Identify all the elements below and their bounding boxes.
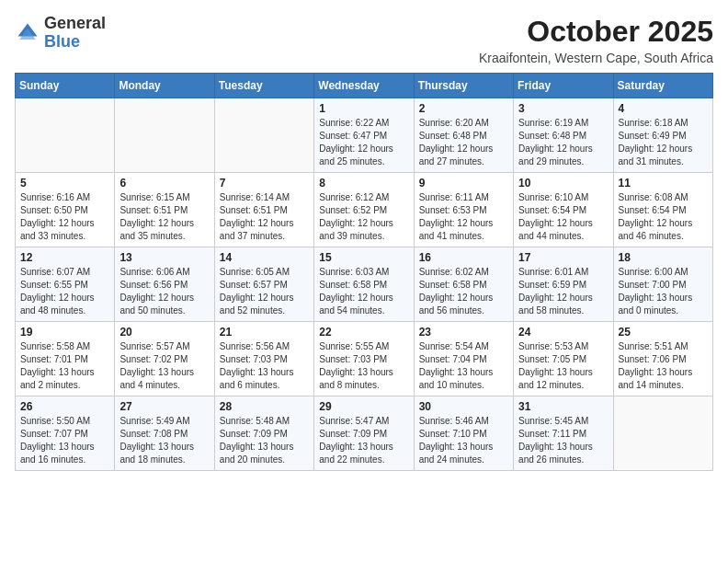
calendar-cell: 12Sunrise: 6:07 AM Sunset: 6:55 PM Dayli… <box>16 247 115 322</box>
calendar-cell: 28Sunrise: 5:48 AM Sunset: 7:09 PM Dayli… <box>214 396 313 471</box>
calendar-cell <box>214 98 313 173</box>
day-info: Sunrise: 6:01 AM Sunset: 6:59 PM Dayligh… <box>518 266 608 317</box>
logo-blue-text: Blue <box>44 32 80 51</box>
title-block: October 2025 Kraaifontein, Western Cape,… <box>479 15 713 65</box>
day-info: Sunrise: 5:49 AM Sunset: 7:08 PM Dayligh… <box>119 415 209 466</box>
calendar-table: SundayMondayTuesdayWednesdayThursdayFrid… <box>15 73 713 471</box>
calendar-cell: 16Sunrise: 6:02 AM Sunset: 6:58 PM Dayli… <box>414 247 513 322</box>
day-info: Sunrise: 6:22 AM Sunset: 6:47 PM Dayligh… <box>319 117 408 168</box>
weekday-header-thursday: Thursday <box>414 74 513 98</box>
day-number: 16 <box>419 251 508 264</box>
day-number: 1 <box>319 102 408 115</box>
calendar-cell <box>613 396 712 471</box>
logo-text: General Blue <box>44 15 106 52</box>
day-info: Sunrise: 5:54 AM Sunset: 7:04 PM Dayligh… <box>419 340 508 392</box>
day-number: 23 <box>419 326 508 339</box>
calendar-cell: 2Sunrise: 6:20 AM Sunset: 6:48 PM Daylig… <box>414 98 513 173</box>
weekday-header-sunday: Sunday <box>16 74 115 98</box>
day-info: Sunrise: 5:51 AM Sunset: 7:06 PM Dayligh… <box>619 340 708 392</box>
day-info: Sunrise: 6:19 AM Sunset: 6:48 PM Dayligh… <box>518 117 608 168</box>
day-number: 28 <box>220 400 309 413</box>
calendar-cell: 29Sunrise: 5:47 AM Sunset: 7:09 PM Dayli… <box>314 396 414 471</box>
weekday-header-tuesday: Tuesday <box>214 74 313 98</box>
day-number: 19 <box>20 326 109 339</box>
calendar-cell: 5Sunrise: 6:16 AM Sunset: 6:50 PM Daylig… <box>16 173 115 247</box>
day-info: Sunrise: 6:16 AM Sunset: 6:50 PM Dayligh… <box>20 191 109 243</box>
day-info: Sunrise: 6:15 AM Sunset: 6:51 PM Dayligh… <box>119 191 209 243</box>
day-number: 6 <box>119 177 209 190</box>
day-info: Sunrise: 6:00 AM Sunset: 7:00 PM Dayligh… <box>619 266 708 317</box>
calendar-week-3: 12Sunrise: 6:07 AM Sunset: 6:55 PM Dayli… <box>16 247 713 322</box>
day-info: Sunrise: 6:11 AM Sunset: 6:53 PM Dayligh… <box>419 191 508 243</box>
day-number: 11 <box>619 177 708 190</box>
day-info: Sunrise: 6:05 AM Sunset: 6:57 PM Dayligh… <box>220 266 309 317</box>
day-info: Sunrise: 6:08 AM Sunset: 6:54 PM Dayligh… <box>619 191 708 243</box>
calendar-cell: 26Sunrise: 5:50 AM Sunset: 7:07 PM Dayli… <box>16 396 115 471</box>
calendar-week-1: 1Sunrise: 6:22 AM Sunset: 6:47 PM Daylig… <box>16 98 713 173</box>
calendar-cell: 4Sunrise: 6:18 AM Sunset: 6:49 PM Daylig… <box>613 98 712 173</box>
day-number: 5 <box>20 177 109 190</box>
day-number: 12 <box>20 251 109 264</box>
calendar-cell: 11Sunrise: 6:08 AM Sunset: 6:54 PM Dayli… <box>613 173 712 247</box>
calendar-cell: 10Sunrise: 6:10 AM Sunset: 6:54 PM Dayli… <box>514 173 613 247</box>
calendar-cell: 22Sunrise: 5:55 AM Sunset: 7:03 PM Dayli… <box>314 322 414 396</box>
calendar-cell: 13Sunrise: 6:06 AM Sunset: 6:56 PM Dayli… <box>115 247 214 322</box>
day-info: Sunrise: 6:12 AM Sunset: 6:52 PM Dayligh… <box>319 191 408 243</box>
day-number: 31 <box>518 400 608 413</box>
calendar-cell: 24Sunrise: 5:53 AM Sunset: 7:05 PM Dayli… <box>514 322 613 396</box>
day-number: 24 <box>518 326 608 339</box>
calendar-cell <box>16 98 115 173</box>
calendar-cell: 8Sunrise: 6:12 AM Sunset: 6:52 PM Daylig… <box>314 173 414 247</box>
day-info: Sunrise: 5:55 AM Sunset: 7:03 PM Dayligh… <box>319 340 408 392</box>
calendar-cell: 14Sunrise: 6:05 AM Sunset: 6:57 PM Dayli… <box>214 247 313 322</box>
calendar-cell: 27Sunrise: 5:49 AM Sunset: 7:08 PM Dayli… <box>115 396 214 471</box>
day-info: Sunrise: 5:47 AM Sunset: 7:09 PM Dayligh… <box>319 415 408 466</box>
day-number: 25 <box>619 326 708 339</box>
weekday-header-wednesday: Wednesday <box>314 74 414 98</box>
calendar-cell: 30Sunrise: 5:46 AM Sunset: 7:10 PM Dayli… <box>414 396 513 471</box>
day-info: Sunrise: 5:48 AM Sunset: 7:09 PM Dayligh… <box>220 415 309 466</box>
calendar-cell: 1Sunrise: 6:22 AM Sunset: 6:47 PM Daylig… <box>314 98 414 173</box>
calendar-cell: 17Sunrise: 6:01 AM Sunset: 6:59 PM Dayli… <box>514 247 613 322</box>
calendar-cell: 6Sunrise: 6:15 AM Sunset: 6:51 PM Daylig… <box>115 173 214 247</box>
day-number: 30 <box>419 400 508 413</box>
day-info: Sunrise: 5:57 AM Sunset: 7:02 PM Dayligh… <box>119 340 209 392</box>
day-number: 15 <box>319 251 408 264</box>
calendar-cell: 21Sunrise: 5:56 AM Sunset: 7:03 PM Dayli… <box>214 322 313 396</box>
day-number: 13 <box>119 251 209 264</box>
logo: General Blue <box>15 15 106 52</box>
day-number: 4 <box>619 102 708 115</box>
day-info: Sunrise: 5:56 AM Sunset: 7:03 PM Dayligh… <box>220 340 309 392</box>
calendar-week-5: 26Sunrise: 5:50 AM Sunset: 7:07 PM Dayli… <box>16 396 713 471</box>
day-number: 2 <box>419 102 508 115</box>
month-title: October 2025 <box>479 15 713 49</box>
day-info: Sunrise: 6:07 AM Sunset: 6:55 PM Dayligh… <box>20 266 109 317</box>
calendar-cell <box>115 98 214 173</box>
location-title: Kraaifontein, Western Cape, South Africa <box>479 51 713 65</box>
day-number: 3 <box>518 102 608 115</box>
day-info: Sunrise: 6:18 AM Sunset: 6:49 PM Dayligh… <box>619 117 708 168</box>
logo-icon <box>15 20 40 46</box>
calendar-cell: 31Sunrise: 5:45 AM Sunset: 7:11 PM Dayli… <box>514 396 613 471</box>
day-info: Sunrise: 6:20 AM Sunset: 6:48 PM Dayligh… <box>419 117 508 168</box>
day-number: 17 <box>518 251 608 264</box>
day-number: 27 <box>119 400 209 413</box>
calendar-cell: 15Sunrise: 6:03 AM Sunset: 6:58 PM Dayli… <box>314 247 414 322</box>
logo-general-text: General <box>44 14 106 32</box>
day-number: 10 <box>518 177 608 190</box>
day-info: Sunrise: 6:10 AM Sunset: 6:54 PM Dayligh… <box>518 191 608 243</box>
weekday-header-monday: Monday <box>115 74 214 98</box>
day-number: 29 <box>319 400 408 413</box>
weekday-row: SundayMondayTuesdayWednesdayThursdayFrid… <box>16 74 713 98</box>
calendar-cell: 9Sunrise: 6:11 AM Sunset: 6:53 PM Daylig… <box>414 173 513 247</box>
calendar-week-4: 19Sunrise: 5:58 AM Sunset: 7:01 PM Dayli… <box>16 322 713 396</box>
calendar-cell: 19Sunrise: 5:58 AM Sunset: 7:01 PM Dayli… <box>16 322 115 396</box>
day-number: 22 <box>319 326 408 339</box>
weekday-header-friday: Friday <box>514 74 613 98</box>
day-number: 20 <box>119 326 209 339</box>
calendar-week-2: 5Sunrise: 6:16 AM Sunset: 6:50 PM Daylig… <box>16 173 713 247</box>
day-info: Sunrise: 6:14 AM Sunset: 6:51 PM Dayligh… <box>220 191 309 243</box>
page-header: General Blue October 2025 Kraaifontein, … <box>15 15 713 65</box>
calendar-cell: 7Sunrise: 6:14 AM Sunset: 6:51 PM Daylig… <box>214 173 313 247</box>
day-info: Sunrise: 5:45 AM Sunset: 7:11 PM Dayligh… <box>518 415 608 466</box>
